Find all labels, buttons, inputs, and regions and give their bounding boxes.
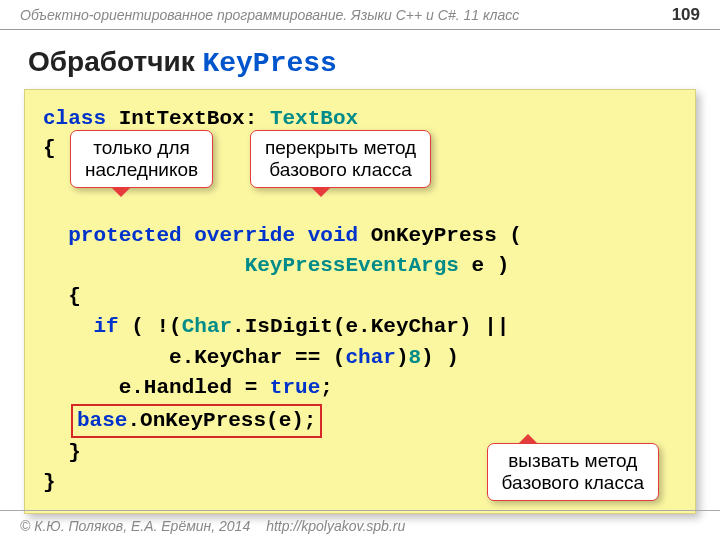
base-class: TextBox bbox=[270, 107, 358, 130]
text: .IsDigit(e.KeyChar) || bbox=[232, 315, 509, 338]
code-block: class IntTextBox: TextBox { protected ov… bbox=[24, 89, 696, 514]
char-class: Char bbox=[182, 315, 232, 338]
class-name: IntTextBox bbox=[119, 107, 245, 130]
colon: : bbox=[245, 107, 258, 130]
footer-url: http://kpolyakov.spb.ru bbox=[266, 518, 405, 534]
slide-title: Обработчик KeyPress bbox=[0, 30, 720, 89]
text: e.Handled = bbox=[119, 376, 270, 399]
kw-base: base bbox=[77, 409, 127, 432]
text: e.KeyChar == ( bbox=[169, 346, 345, 369]
title-text: Обработчик bbox=[28, 46, 202, 77]
callout-base: вызвать методбазового класса bbox=[487, 443, 659, 501]
paren: ( bbox=[509, 224, 522, 247]
callout-override: перекрыть методбазового класса bbox=[250, 130, 431, 188]
boxed-base-call: base.OnKeyPress(e); bbox=[71, 404, 322, 438]
text: ) ) bbox=[421, 346, 459, 369]
kw-true: true bbox=[270, 376, 320, 399]
brace: { bbox=[68, 285, 81, 308]
kw-protected: protected bbox=[68, 224, 181, 247]
header-bar: Объектно-ориентированное программировани… bbox=[0, 0, 720, 30]
callout-protected: только длянаследников bbox=[70, 130, 213, 188]
title-keyword: KeyPress bbox=[202, 48, 336, 79]
kw-char: char bbox=[345, 346, 395, 369]
code-line: if ( !(Char.IsDigit(e.KeyChar) || bbox=[43, 312, 677, 342]
paren-close: ) bbox=[497, 254, 510, 277]
text: .OnKeyPress(e); bbox=[127, 409, 316, 432]
kw-class: class bbox=[43, 107, 106, 130]
code-line: { bbox=[43, 282, 677, 312]
code-line: base.OnKeyPress(e); bbox=[43, 404, 677, 438]
code-line: e.Handled = true; bbox=[43, 373, 677, 403]
text: ( !( bbox=[131, 315, 181, 338]
footer-bar: © К.Ю. Поляков, Е.А. Ерёмин, 2014 http:/… bbox=[0, 510, 720, 540]
code-line: KeyPressEventArgs e ) bbox=[43, 251, 677, 281]
copyright: © К.Ю. Поляков, Е.А. Ерёмин, 2014 bbox=[20, 518, 250, 534]
kw-override: override bbox=[194, 224, 295, 247]
arg-type: KeyPressEventArgs bbox=[245, 254, 459, 277]
code-line: protected override void OnKeyPress ( bbox=[43, 221, 677, 251]
course-title: Объектно-ориентированное программировани… bbox=[20, 7, 519, 23]
code-line: e.KeyChar == (char)8) ) bbox=[43, 343, 677, 373]
text: ) bbox=[396, 346, 409, 369]
method-name: OnKeyPress bbox=[371, 224, 497, 247]
number: 8 bbox=[409, 346, 422, 369]
kw-void: void bbox=[308, 224, 358, 247]
page-number: 109 bbox=[672, 5, 700, 25]
kw-if: if bbox=[93, 315, 118, 338]
arg-name: e bbox=[472, 254, 485, 277]
brace: } bbox=[68, 441, 81, 464]
semi: ; bbox=[320, 376, 333, 399]
